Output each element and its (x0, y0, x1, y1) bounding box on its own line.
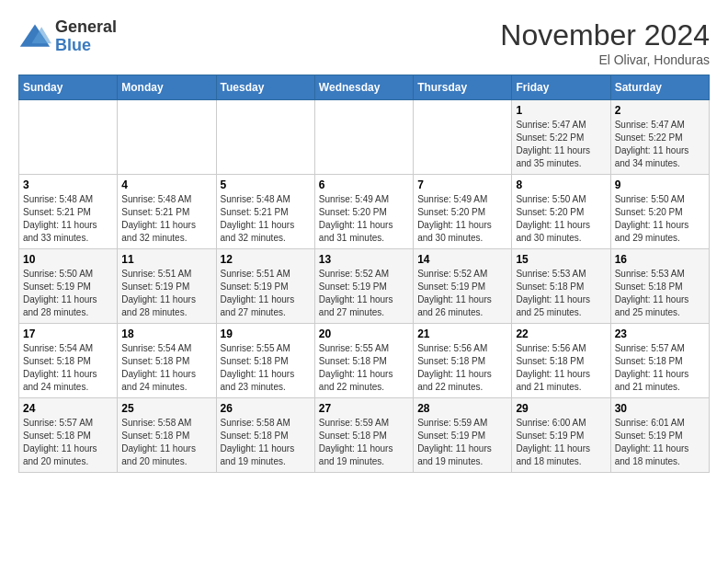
calendar-cell: 26Sunrise: 5:58 AM Sunset: 5:18 PM Dayli… (216, 398, 314, 473)
day-number: 29 (516, 402, 606, 415)
day-number: 5 (221, 178, 311, 191)
calendar-week-2: 3Sunrise: 5:48 AM Sunset: 5:21 PM Daylig… (19, 175, 710, 249)
day-info: Sunrise: 5:50 AM Sunset: 5:19 PM Dayligh… (23, 268, 113, 319)
logo-text: General Blue (55, 18, 117, 55)
calendar-week-4: 17Sunrise: 5:54 AM Sunset: 5:18 PM Dayli… (19, 324, 710, 398)
day-info: Sunrise: 5:59 AM Sunset: 5:19 PM Dayligh… (417, 417, 507, 468)
day-number: 26 (221, 402, 311, 415)
day-number: 21 (417, 327, 507, 340)
location-subtitle: El Olivar, Honduras (500, 52, 710, 67)
month-title: November 2024 (500, 18, 710, 52)
calendar-cell (314, 100, 413, 175)
calendar-table: SundayMondayTuesdayWednesdayThursdayFrid… (18, 75, 710, 473)
day-info: Sunrise: 5:55 AM Sunset: 5:18 PM Dayligh… (221, 342, 311, 394)
calendar-cell: 28Sunrise: 5:59 AM Sunset: 5:19 PM Dayli… (414, 398, 512, 473)
title-block: November 2024 El Olivar, Honduras (500, 18, 710, 67)
day-number: 1 (516, 104, 606, 117)
day-number: 25 (121, 402, 211, 415)
day-number: 4 (121, 178, 211, 191)
day-number: 10 (23, 253, 113, 266)
calendar-week-5: 24Sunrise: 5:57 AM Sunset: 5:18 PM Dayli… (19, 398, 710, 473)
calendar-cell: 14Sunrise: 5:52 AM Sunset: 5:19 PM Dayli… (414, 249, 512, 324)
day-info: Sunrise: 5:58 AM Sunset: 5:18 PM Dayligh… (121, 417, 211, 468)
calendar-cell: 10Sunrise: 5:50 AM Sunset: 5:19 PM Dayli… (19, 249, 118, 324)
day-number: 13 (319, 253, 409, 266)
day-number: 28 (417, 402, 507, 415)
calendar-cell: 13Sunrise: 5:52 AM Sunset: 5:19 PM Dayli… (314, 249, 413, 324)
day-number: 3 (23, 178, 113, 191)
day-info: Sunrise: 5:57 AM Sunset: 5:18 PM Dayligh… (615, 342, 705, 394)
day-number: 14 (417, 253, 507, 266)
calendar-cell: 7Sunrise: 5:49 AM Sunset: 5:20 PM Daylig… (414, 175, 512, 249)
day-info: Sunrise: 5:49 AM Sunset: 5:20 PM Dayligh… (417, 193, 507, 245)
calendar-cell: 22Sunrise: 5:56 AM Sunset: 5:18 PM Dayli… (512, 324, 610, 398)
calendar-cell: 21Sunrise: 5:56 AM Sunset: 5:18 PM Dayli… (414, 324, 512, 398)
calendar-cell: 12Sunrise: 5:51 AM Sunset: 5:19 PM Dayli… (216, 249, 314, 324)
day-info: Sunrise: 5:56 AM Sunset: 5:18 PM Dayligh… (417, 342, 507, 394)
day-number: 9 (615, 178, 705, 191)
day-number: 16 (615, 253, 705, 266)
day-info: Sunrise: 5:48 AM Sunset: 5:21 PM Dayligh… (121, 193, 211, 245)
calendar-cell (118, 100, 216, 175)
day-number: 11 (121, 253, 211, 266)
day-info: Sunrise: 5:58 AM Sunset: 5:18 PM Dayligh… (221, 417, 311, 468)
day-info: Sunrise: 5:54 AM Sunset: 5:18 PM Dayligh… (121, 342, 211, 394)
calendar-cell: 8Sunrise: 5:50 AM Sunset: 5:20 PM Daylig… (512, 175, 610, 249)
calendar-cell: 17Sunrise: 5:54 AM Sunset: 5:18 PM Dayli… (19, 324, 118, 398)
day-number: 30 (615, 402, 705, 415)
calendar-week-3: 10Sunrise: 5:50 AM Sunset: 5:19 PM Dayli… (19, 249, 710, 324)
calendar-cell: 29Sunrise: 6:00 AM Sunset: 5:19 PM Dayli… (512, 398, 610, 473)
calendar-cell: 4Sunrise: 5:48 AM Sunset: 5:21 PM Daylig… (118, 175, 216, 249)
calendar-cell: 18Sunrise: 5:54 AM Sunset: 5:18 PM Dayli… (118, 324, 216, 398)
day-info: Sunrise: 5:49 AM Sunset: 5:20 PM Dayligh… (319, 193, 409, 245)
day-number: 23 (615, 327, 705, 340)
day-number: 15 (516, 253, 606, 266)
calendar-cell: 15Sunrise: 5:53 AM Sunset: 5:18 PM Dayli… (512, 249, 610, 324)
day-number: 2 (615, 104, 705, 117)
day-number: 19 (221, 327, 311, 340)
day-info: Sunrise: 5:59 AM Sunset: 5:18 PM Dayligh… (319, 417, 409, 468)
logo-general: General (55, 18, 117, 37)
weekday-header-monday: Monday (118, 75, 216, 100)
day-info: Sunrise: 6:01 AM Sunset: 5:19 PM Dayligh… (615, 417, 705, 468)
calendar-cell: 6Sunrise: 5:49 AM Sunset: 5:20 PM Daylig… (314, 175, 413, 249)
day-number: 24 (23, 402, 113, 415)
day-info: Sunrise: 5:51 AM Sunset: 5:19 PM Dayligh… (121, 268, 211, 319)
day-info: Sunrise: 5:47 AM Sunset: 5:22 PM Dayligh… (615, 119, 705, 170)
day-number: 20 (319, 327, 409, 340)
calendar-cell (216, 100, 314, 175)
calendar-cell: 20Sunrise: 5:55 AM Sunset: 5:18 PM Dayli… (314, 324, 413, 398)
calendar-cell: 24Sunrise: 5:57 AM Sunset: 5:18 PM Dayli… (19, 398, 118, 473)
calendar-cell: 25Sunrise: 5:58 AM Sunset: 5:18 PM Dayli… (118, 398, 216, 473)
calendar-cell: 11Sunrise: 5:51 AM Sunset: 5:19 PM Dayli… (118, 249, 216, 324)
day-number: 6 (319, 178, 409, 191)
calendar-cell: 30Sunrise: 6:01 AM Sunset: 5:19 PM Dayli… (610, 398, 709, 473)
calendar-week-1: 1Sunrise: 5:47 AM Sunset: 5:22 PM Daylig… (19, 100, 710, 175)
calendar-cell: 19Sunrise: 5:55 AM Sunset: 5:18 PM Dayli… (216, 324, 314, 398)
day-info: Sunrise: 5:52 AM Sunset: 5:19 PM Dayligh… (417, 268, 507, 319)
day-info: Sunrise: 5:52 AM Sunset: 5:19 PM Dayligh… (319, 268, 409, 319)
logo: General Blue (18, 18, 117, 55)
day-info: Sunrise: 5:50 AM Sunset: 5:20 PM Dayligh… (615, 193, 705, 245)
logo-blue: Blue (55, 37, 117, 55)
day-info: Sunrise: 6:00 AM Sunset: 5:19 PM Dayligh… (516, 417, 606, 468)
day-number: 18 (121, 327, 211, 340)
calendar-cell: 9Sunrise: 5:50 AM Sunset: 5:20 PM Daylig… (610, 175, 709, 249)
weekday-header-saturday: Saturday (610, 75, 709, 100)
calendar-cell: 16Sunrise: 5:53 AM Sunset: 5:18 PM Dayli… (610, 249, 709, 324)
day-info: Sunrise: 5:47 AM Sunset: 5:22 PM Dayligh… (516, 119, 606, 170)
day-info: Sunrise: 5:51 AM Sunset: 5:19 PM Dayligh… (221, 268, 311, 319)
day-info: Sunrise: 5:55 AM Sunset: 5:18 PM Dayligh… (319, 342, 409, 394)
day-number: 8 (516, 178, 606, 191)
calendar-cell: 3Sunrise: 5:48 AM Sunset: 5:21 PM Daylig… (19, 175, 118, 249)
calendar-body: 1Sunrise: 5:47 AM Sunset: 5:22 PM Daylig… (19, 100, 710, 473)
weekday-header-sunday: Sunday (19, 75, 118, 100)
day-info: Sunrise: 5:48 AM Sunset: 5:21 PM Dayligh… (221, 193, 311, 245)
day-info: Sunrise: 5:48 AM Sunset: 5:21 PM Dayligh… (23, 193, 113, 245)
weekday-header-tuesday: Tuesday (216, 75, 314, 100)
day-info: Sunrise: 5:56 AM Sunset: 5:18 PM Dayligh… (516, 342, 606, 394)
calendar-cell: 23Sunrise: 5:57 AM Sunset: 5:18 PM Dayli… (610, 324, 709, 398)
day-number: 27 (319, 402, 409, 415)
weekday-header-friday: Friday (512, 75, 610, 100)
day-number: 7 (417, 178, 507, 191)
